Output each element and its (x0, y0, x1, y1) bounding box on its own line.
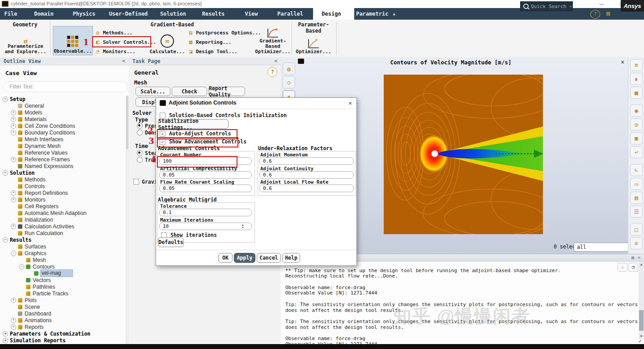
view-cube-icon[interactable]: ◇ (283, 76, 295, 88)
tolerance-input[interactable]: 0.1 (159, 209, 252, 216)
expander-icon[interactable]: + (11, 318, 16, 323)
tab-user-defined[interactable]: User-Defined (106, 8, 155, 20)
expander-icon[interactable]: + (3, 331, 8, 336)
axes-icon[interactable]: ∟ (630, 164, 643, 176)
tree-results[interactable]: − Results (0, 236, 125, 243)
shaded-view-icon[interactable]: ◗ (630, 73, 643, 85)
tree-item[interactable]: Mesh (0, 256, 125, 263)
console-scrollbar[interactable]: ▲ ▼ (639, 262, 644, 339)
tree-item[interactable]: Scene (0, 303, 125, 310)
tree-item[interactable]: + Reports (0, 324, 125, 330)
collapse-panel-icon[interactable]: < (122, 58, 125, 64)
expander-icon[interactable]: − (19, 264, 24, 269)
postprocess-options-button[interactable]: ▤Postprocess Options... (188, 29, 261, 37)
tab-parametric[interactable]: Parametric▲ (354, 8, 397, 20)
check-button[interactable]: Check (172, 87, 207, 96)
scroll-down-icon[interactable]: ▼ (639, 334, 644, 338)
artificial-compressibility-input[interactable]: 0.05 (159, 171, 252, 179)
tab-view[interactable]: View (235, 8, 272, 20)
apply-button[interactable]: Apply (234, 253, 255, 263)
tree-solution[interactable]: − Solution (0, 169, 125, 176)
measure-icon[interactable]: ▭ (630, 178, 643, 190)
tree-vel-mag[interactable]: vel-mag (0, 270, 125, 277)
console-collapse-icon[interactable]: < (638, 255, 640, 260)
parameter-based-optimizer-button[interactable]: * Optimizer... (296, 24, 331, 55)
new-window-icon[interactable]: □ (630, 223, 643, 235)
adjoint-continuity-input[interactable]: 0.6 (259, 171, 354, 179)
tree-item[interactable]: + Reference Frames (0, 156, 125, 163)
maximum-iterations-input[interactable]: 10 (159, 223, 252, 230)
solver-controls-button[interactable]: ◧Solver Controls... (95, 38, 156, 46)
tree-item[interactable]: − Contours (0, 263, 125, 270)
tree-item[interactable]: Surfaces (0, 243, 125, 250)
filter-text-input[interactable]: Filter Text (4, 81, 128, 92)
panel-list-icon[interactable]: ☰ (630, 206, 643, 218)
tree-item[interactable]: Automatic Mesh Adaption (0, 210, 125, 216)
tree-item[interactable]: Cell Registers (0, 203, 125, 210)
expander-icon[interactable]: − (3, 170, 8, 176)
tab-design[interactable]: Design (313, 8, 354, 20)
tree-item[interactable]: + Models (0, 109, 125, 116)
expander-icon[interactable]: + (11, 324, 16, 330)
sidebar-scrollbar[interactable] (126, 96, 129, 344)
reporting-button[interactable]: ▦Reporting... (188, 38, 231, 46)
tree-item[interactable]: Reference Values (0, 149, 125, 156)
auto-adjust-checkbox[interactable]: ✓ Auto-Adjust Controls (160, 130, 231, 137)
dialog-close-icon[interactable]: ✕ (348, 100, 352, 106)
mesh-display-icon[interactable]: ▩ (630, 87, 643, 99)
tree-item[interactable]: Particle Tracks (0, 290, 125, 297)
tree-item[interactable]: Named Expressions (0, 163, 125, 169)
tree-item[interactable]: Vectors (0, 277, 125, 283)
tree-item[interactable]: Initialization (0, 216, 125, 223)
tree-item[interactable]: + Monitors (0, 196, 125, 203)
tree-simulation-reports[interactable]: + Simulation Reports (0, 337, 125, 344)
console-check-icon[interactable]: ✓ (639, 338, 642, 344)
hide-eye-icon[interactable]: ◎ (630, 118, 643, 130)
calculate-button[interactable]: = Calculate... (151, 25, 183, 55)
parameterize-explore-button[interactable]: ⇄ Parameterize and Explore... (3, 26, 48, 55)
tree-item[interactable]: Dynamic Mesh (0, 143, 125, 149)
tab-parallel[interactable]: Parallel (272, 8, 313, 20)
console-export-icon[interactable]: ⊠ (631, 255, 634, 260)
tab-results[interactable]: Results (196, 8, 235, 20)
gradient-based-optimizer-button[interactable]: Gradient-BasedOptimizer... (255, 24, 291, 55)
scroll-up-icon[interactable]: ▲ (639, 262, 644, 266)
help-icon[interactable]: ? (590, 10, 600, 19)
tree-item[interactable]: Pathlines (0, 283, 125, 290)
show-advancement-checkbox[interactable]: ✓ Show Advancement Controls (160, 139, 246, 145)
tree-item[interactable]: + Animations (0, 317, 125, 324)
layers-icon[interactable]: ≡ (630, 59, 643, 71)
expander-icon[interactable]: + (11, 224, 16, 229)
courant-number-input[interactable]: 100 (159, 157, 252, 165)
tree-item[interactable]: + Cell Zone Conditions (0, 122, 125, 129)
snapshot-icon[interactable]: ⊙ (630, 237, 643, 249)
tree-setup[interactable]: − Setup (0, 96, 125, 102)
stabilization-settings-button[interactable]: Stabilization Settings... (158, 119, 229, 129)
tree-item[interactable]: + Report Definitions (0, 189, 125, 196)
expander-icon[interactable]: + (11, 110, 16, 115)
tree-item[interactable]: + Boundary Conditions (0, 129, 125, 136)
expander-icon[interactable]: + (11, 130, 16, 135)
tree-item[interactable]: General (0, 102, 125, 109)
expander-icon[interactable]: − (11, 251, 16, 256)
flow-rate-courant-scaling-input[interactable]: 0.05 (159, 185, 252, 192)
tree-parameters-customization[interactable]: + Parameters & Customization (0, 330, 125, 337)
tree-item[interactable]: Mesh Interfaces (0, 136, 125, 143)
task-help-button[interactable]: ? (267, 67, 277, 77)
scale-button[interactable]: Scale... (136, 87, 170, 96)
graphics-close-icon[interactable]: ✕ (621, 59, 624, 65)
colormap-sphere-icon[interactable]: ◍ (283, 63, 295, 75)
methods-button[interactable]: ◎Methods... (95, 29, 132, 37)
scrollbar-thumb[interactable] (639, 310, 644, 331)
tab-file[interactable]: File (0, 8, 26, 20)
monitors-button[interactable]: ◔Monitors... (95, 47, 136, 55)
expander-icon[interactable]: − (3, 97, 8, 102)
tree-item[interactable]: Controls (0, 183, 125, 189)
show-eye-icon[interactable]: ◉ (630, 105, 643, 117)
console-output[interactable]: ** Tip: make sure to set up the design t… (281, 262, 644, 344)
minimize-button[interactable]: — (595, 0, 608, 8)
copy-screenshot-icon[interactable]: ▣ (630, 132, 643, 144)
expander-icon[interactable]: + (11, 197, 16, 202)
quick-search[interactable]: Quick Search ⋯ (520, 1, 573, 11)
tree-item[interactable]: + Plots (0, 297, 125, 303)
